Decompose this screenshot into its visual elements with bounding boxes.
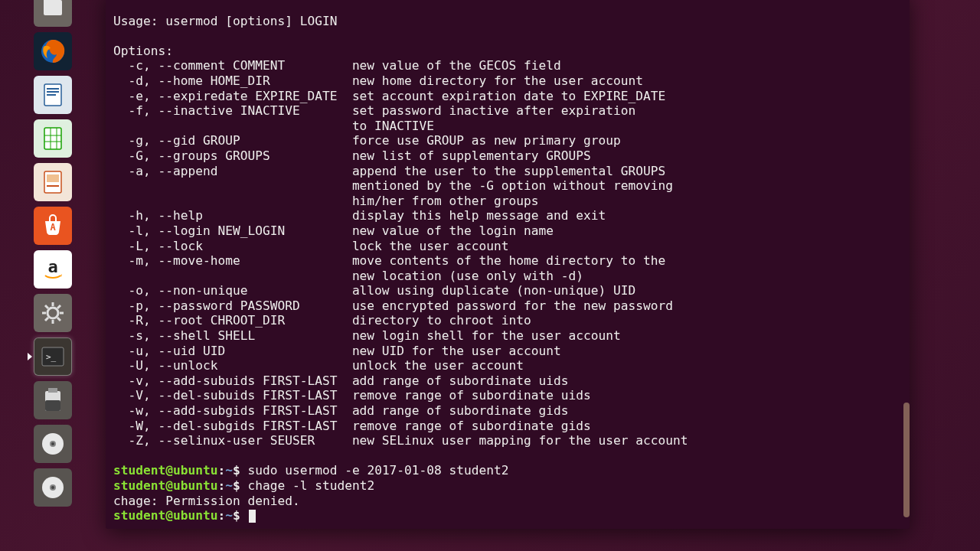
launcher-writer-icon[interactable] [34,76,72,114]
svg-line-24 [57,305,60,308]
launcher-disc2-icon[interactable] [34,468,72,507]
launcher-impress-icon[interactable] [34,163,72,201]
launcher-files-icon[interactable] [34,0,72,27]
scrollbar-thumb[interactable] [903,403,910,517]
svg-rect-4 [47,88,59,90]
svg-point-36 [51,486,54,489]
launcher-amazon-icon[interactable]: a [34,250,72,289]
svg-rect-1 [44,0,53,3]
svg-text:A: A [50,222,56,233]
svg-text:a: a [47,257,57,276]
launcher-calc-icon[interactable] [34,119,72,158]
svg-point-33 [51,442,54,445]
launcher-terminal-icon[interactable]: >_ [34,337,72,376]
cursor-block [249,510,256,523]
svg-rect-7 [44,128,61,149]
unity-launcher: A a >_ [31,0,75,551]
terminal-window[interactable]: Usage: usermod [options] LOGIN Options: … [106,0,910,529]
terminal-output: Usage: usermod [options] LOGIN Options: … [113,14,902,523]
svg-line-22 [45,305,48,308]
launcher-software-icon[interactable]: A [34,207,72,245]
svg-text:>_: >_ [46,352,57,362]
svg-rect-14 [47,185,59,187]
svg-rect-30 [45,400,60,411]
launcher-settings-icon[interactable] [34,294,72,332]
svg-rect-5 [47,91,59,93]
launcher-disc1-icon[interactable] [34,425,72,463]
svg-line-25 [45,318,48,321]
active-indicator-icon [28,353,32,360]
svg-line-23 [57,318,60,321]
launcher-usb-icon[interactable] [34,381,72,419]
launcher-firefox-icon[interactable] [34,32,72,70]
svg-rect-29 [48,388,57,393]
svg-point-17 [47,308,58,318]
svg-rect-13 [47,174,59,182]
svg-rect-6 [47,94,56,96]
